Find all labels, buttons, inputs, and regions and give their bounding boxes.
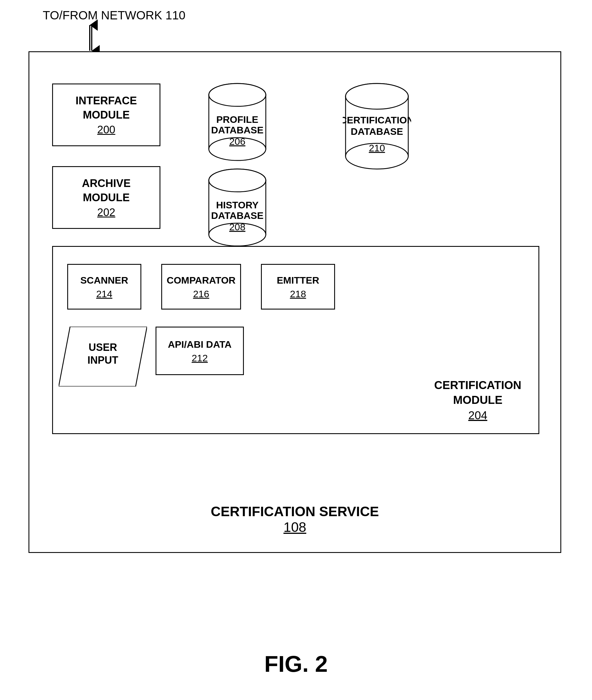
emitter-number: 218 xyxy=(290,288,306,299)
emitter-box: EMITTER 218 xyxy=(261,264,335,310)
svg-point-28 xyxy=(209,169,266,192)
svg-text:DATABASE: DATABASE xyxy=(351,126,403,137)
api-abi-box: API/ABI DATA 212 xyxy=(155,327,244,375)
api-abi-number: 212 xyxy=(192,353,208,364)
cert-module-number: 204 xyxy=(434,409,521,422)
svg-point-21 xyxy=(209,84,266,106)
scanner-box: SCANNER 214 xyxy=(67,264,141,310)
svg-text:HISTORY: HISTORY xyxy=(216,199,259,211)
svg-text:210: 210 xyxy=(369,142,385,153)
main-diagram-box: INTERFACEMODULE 200 ARCHIVEMODULE 202 PR… xyxy=(29,51,561,553)
user-input-shape: USER INPUT xyxy=(59,327,147,386)
archive-module-box: ARCHIVEMODULE 202 xyxy=(52,166,160,229)
comparator-number: 216 xyxy=(193,288,209,299)
emitter-title: EMITTER xyxy=(277,274,319,286)
svg-text:DATABASE: DATABASE xyxy=(211,125,263,135)
certification-database: CERTIFICATION DATABASE 210 xyxy=(343,81,411,179)
cert-service-area: CERTIFICATION SERVICE 108 xyxy=(29,504,560,535)
comparator-title: COMPARATOR xyxy=(167,274,236,286)
page: TO/FROM NETWORK 110 xyxy=(0,0,592,700)
certification-module-outer: SCANNER 214 COMPARATOR 216 EMITTER 218 U… xyxy=(52,246,539,434)
svg-text:CERTIFICATION: CERTIFICATION xyxy=(343,114,411,126)
network-label: TO/FROM NETWORK 110 xyxy=(43,8,186,22)
archive-module-number: 202 xyxy=(97,206,115,219)
svg-text:INPUT: INPUT xyxy=(88,354,118,366)
archive-module-title: ARCHIVEMODULE xyxy=(82,176,131,205)
svg-text:USER: USER xyxy=(89,341,117,353)
svg-text:PROFILE: PROFILE xyxy=(216,114,258,125)
scanner-title: SCANNER xyxy=(80,274,128,286)
cert-module-title: CERTIFICATIONMODULE xyxy=(434,378,521,407)
interface-module-box: INTERFACEMODULE 200 xyxy=(52,84,160,146)
figure-label: FIG. 2 xyxy=(0,651,592,677)
svg-text:206: 206 xyxy=(229,136,246,147)
interface-module-title: INTERFACEMODULE xyxy=(76,94,137,122)
profile-database: PROFILE DATABASE 206 xyxy=(206,81,269,167)
comparator-box: COMPARATOR 216 xyxy=(161,264,241,310)
svg-point-35 xyxy=(346,84,408,109)
svg-text:DATABASE: DATABASE xyxy=(211,210,263,221)
interface-module-number: 200 xyxy=(97,124,115,136)
cert-service-title: CERTIFICATION SERVICE xyxy=(29,504,560,519)
api-abi-title: API/ABI DATA xyxy=(168,338,232,351)
scanner-number: 214 xyxy=(96,288,112,299)
cert-service-number: 108 xyxy=(29,519,560,535)
svg-text:208: 208 xyxy=(229,222,246,232)
cert-module-label: CERTIFICATIONMODULE 204 xyxy=(434,378,521,422)
history-database: HISTORY DATABASE 208 xyxy=(206,166,269,253)
